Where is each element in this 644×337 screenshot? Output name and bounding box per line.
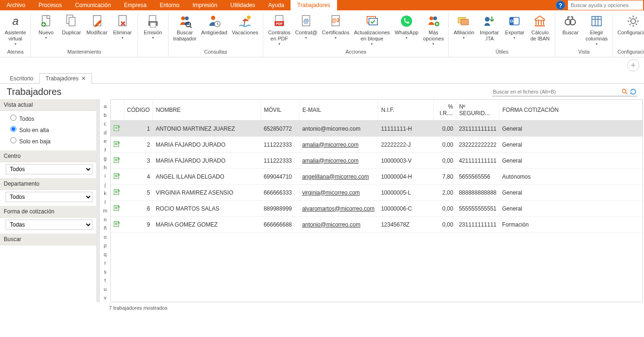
ribbon-doc-plus[interactable]: Nuevo xyxy=(34,12,58,41)
vista-radio-baja[interactable] xyxy=(10,137,16,143)
svg-rect-9 xyxy=(150,23,156,27)
departamento-select[interactable]: Todos xyxy=(6,192,92,202)
vista-option-todos[interactable]: Todos xyxy=(10,113,92,124)
menu-ayuda[interactable]: Ayuda xyxy=(262,0,291,10)
ribbon-people-plus[interactable]: Más opciones xyxy=(421,12,445,47)
az-i[interactable]: i xyxy=(105,172,106,180)
menu-archivo[interactable]: Archivo xyxy=(0,0,32,10)
ribbon-doc-print[interactable]: Emisión xyxy=(141,12,165,41)
ribbon-afil[interactable]: Afiliación xyxy=(452,12,476,41)
add-tab-button[interactable]: + xyxy=(627,59,639,71)
vista-radio-alta[interactable] xyxy=(10,126,16,132)
ribbon-whatsapp[interactable]: WhatsApp xyxy=(393,12,421,41)
az-a[interactable]: a xyxy=(104,102,107,111)
az-d[interactable]: d xyxy=(104,128,107,137)
side-scrollbar[interactable] xyxy=(96,99,100,302)
ribbon-pdf[interactable]: PDFContratos en PDF xyxy=(266,12,292,47)
ribbon-doc-del[interactable]: Eliminar xyxy=(110,12,135,41)
ribbon-cert[interactable]: @2Certificados xyxy=(320,12,351,41)
vista-option-alta[interactable]: Solo en alta xyxy=(10,124,92,135)
az-e[interactable]: e xyxy=(104,137,107,146)
doc-tabs: EscritorioTrabajadores✕ xyxy=(0,73,644,84)
col-nombre[interactable]: NOMBRE xyxy=(153,100,261,121)
ribbon-doc-dup[interactable]: Duplicar xyxy=(59,12,84,37)
col-nseg[interactable]: Nº SEGURID... xyxy=(456,100,499,121)
col-codigo[interactable]: CÓDIGO xyxy=(124,100,153,121)
email-link[interactable]: antonio@micorreo.com xyxy=(302,221,360,228)
az-m[interactable]: m xyxy=(103,206,107,215)
help-icon[interactable]: ? xyxy=(556,0,565,10)
az-n[interactable]: n xyxy=(104,215,107,224)
az-k[interactable]: k xyxy=(104,189,107,198)
table-row[interactable]: 6ROCIO MARTOS SALAS889988999alvaromartos… xyxy=(111,201,643,217)
az-p[interactable]: p xyxy=(104,241,107,250)
table-row[interactable]: 2MARIA FAJARDO JURADO111222333amalia@mic… xyxy=(111,137,643,153)
ribbon-people-search[interactable]: Buscar trabajador xyxy=(171,12,199,43)
az-f[interactable]: f xyxy=(104,146,106,155)
email-link[interactable]: angelillana@micorreo.com xyxy=(302,173,369,180)
ribbon-alpha[interactable]: aAsistente virtual xyxy=(3,12,28,47)
ribbon-export[interactable]: OExportar xyxy=(502,12,527,41)
vista-option-baja[interactable]: Solo en baja xyxy=(10,135,92,147)
columns-icon xyxy=(589,13,605,29)
menu-utilidades[interactable]: Utilidades xyxy=(224,0,262,10)
ribbon-gear[interactable]: Configuración xyxy=(616,12,644,37)
forma-select[interactable]: Todas xyxy=(6,219,92,230)
tab-escritorio[interactable]: Escritorio xyxy=(4,73,39,83)
az-q[interactable]: q xyxy=(104,250,107,259)
table-row[interactable]: 4ANGEL ILLANA DELGADO699044710angelillan… xyxy=(111,169,643,185)
ribbon-bank[interactable]: Cálculo de IBAN xyxy=(528,12,552,43)
ribbon-person-clock[interactable]: Antigüedad xyxy=(199,12,229,37)
az-o[interactable]: o xyxy=(104,233,107,242)
col-ir[interactable]: % I.R.... xyxy=(434,100,456,121)
az-v[interactable]: v xyxy=(104,293,107,302)
centro-select[interactable]: Todos xyxy=(6,164,92,174)
az-h[interactable]: h xyxy=(104,163,107,172)
col-email[interactable]: E-MAIL xyxy=(299,100,378,121)
menu-empresa[interactable]: Empresa xyxy=(117,0,153,10)
ribbon-contrata[interactable]: @Contrat@ xyxy=(293,12,319,41)
ribbon-beach[interactable]: Vacaciones xyxy=(230,12,260,37)
ribbon-doc-edit[interactable]: Modificar xyxy=(84,12,109,37)
table-row[interactable]: 1ANTONIO MARTINEZ JUAREZ652850772antonio… xyxy=(111,121,643,137)
close-icon[interactable]: ✕ xyxy=(81,75,86,82)
az-t[interactable]: t xyxy=(104,276,106,285)
email-link[interactable]: amalia@micorreo.com xyxy=(302,141,359,148)
beach-icon xyxy=(237,13,253,29)
col-movil[interactable]: MÓVIL xyxy=(261,100,299,121)
menu-entorno[interactable]: Entorno xyxy=(153,0,186,10)
ribbon-block[interactable]: Actualizaciones en bloque xyxy=(352,12,391,47)
az-l[interactable]: l xyxy=(105,198,106,207)
table-row[interactable]: 5VIRGINIA RAMIREZ ASENSIO666666333virgin… xyxy=(111,185,643,201)
table-row[interactable]: 9MARIA GOMEZ GOMEZ666666688antonio@micor… xyxy=(111,217,643,233)
az-c[interactable]: c xyxy=(104,119,107,128)
filter-buscar-header[interactable]: Buscar xyxy=(0,234,96,245)
az-g[interactable]: g xyxy=(104,154,107,163)
refresh-icon[interactable] xyxy=(629,87,637,96)
email-link[interactable]: alvaromartos@micorreo.com xyxy=(302,205,375,212)
email-link[interactable]: amalia@micorreo.com xyxy=(302,157,359,164)
col-forma[interactable]: FORMA COTIZACIÓN xyxy=(499,100,643,121)
menu-impresión[interactable]: Impresión xyxy=(186,0,224,10)
az-j[interactable]: j xyxy=(105,180,106,189)
tab-trabajadores[interactable]: Trabajadores✕ xyxy=(39,73,92,84)
email-link[interactable]: virginia@micorreo.com xyxy=(302,189,360,196)
az-r[interactable]: r xyxy=(104,259,106,267)
ribbon-binoc[interactable]: Buscar xyxy=(558,12,583,37)
az-b[interactable]: b xyxy=(104,111,107,120)
ribbon-columns[interactable]: Elegir columnas xyxy=(583,12,609,47)
az-ñ[interactable]: ñ xyxy=(104,224,107,233)
az-s[interactable]: s xyxy=(104,267,107,276)
file-search-input[interactable] xyxy=(492,87,621,96)
az-u[interactable]: u xyxy=(104,285,107,294)
vista-radio-todos[interactable] xyxy=(10,115,16,121)
help-search-input[interactable] xyxy=(568,0,643,10)
col-nif[interactable]: N.I.F. xyxy=(378,100,434,121)
menu-procesos[interactable]: Procesos xyxy=(32,0,69,10)
search-icon[interactable] xyxy=(621,87,629,96)
cell-movil: 889988999 xyxy=(261,201,299,217)
menu-trabajadores[interactable]: Trabajadores xyxy=(291,0,337,10)
table-row[interactable]: 3MARIA FAJARDO JURADO111222333amalia@mic… xyxy=(111,153,643,169)
menu-comunicación[interactable]: Comunicación xyxy=(69,0,117,10)
ribbon-import[interactable]: Importar .ITA xyxy=(477,12,501,43)
